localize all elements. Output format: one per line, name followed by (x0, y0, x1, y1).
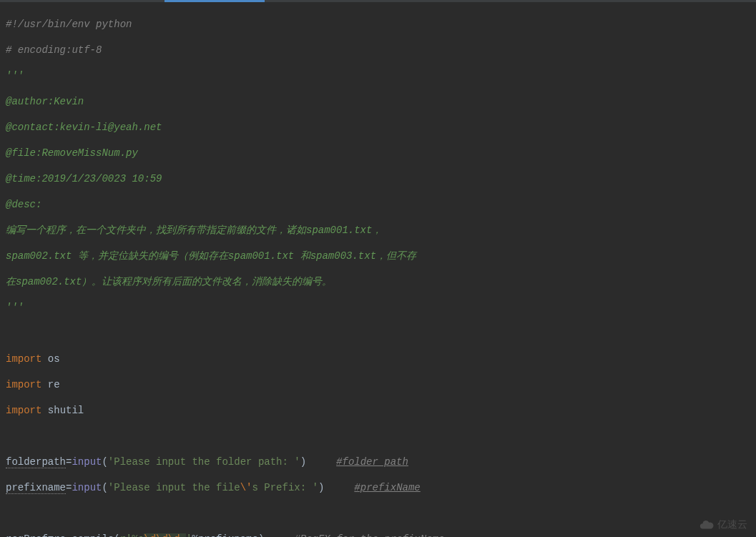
doc-body-3: 在spam002.txt）。让该程序对所有后面的文件改名，消除缺失的编号。 (6, 276, 332, 287)
raw-prefix: r (120, 533, 126, 537)
doc-file: @file:RemoveMissNum.py (6, 147, 138, 159)
paren-open: ( (102, 482, 107, 493)
prefix-prompt-string: 'Please input the file\'s Prefix: ' (108, 482, 318, 493)
code-editor[interactable]: #!/usr/bin/env python # encoding:utf-8 '… (0, 2, 756, 537)
import-keyword: import (6, 379, 41, 390)
import-shutil: shutil (41, 405, 84, 416)
shebang-line: #!/usr/bin/env python (6, 19, 132, 30)
doc-time: @time:2019/1/23/0023 10:59 (6, 173, 162, 184)
paren-close: ) (300, 456, 306, 468)
active-tab-indicator (165, 0, 265, 2)
import-os: os (41, 353, 59, 365)
import-keyword: import (6, 405, 41, 416)
folder-prompt-string: 'Please input the folder path: ' (108, 456, 300, 468)
editor-tab-bar (0, 0, 756, 2)
watermark-logo: 亿速云 (699, 517, 747, 533)
cloud-icon (699, 517, 715, 533)
doc-body-1: 编写一个程序，在一个文件夹中，找到所有带指定前缀的文件，诸如spam001.tx… (6, 225, 382, 236)
doc-body-2: spam002.txt 等，并定位缺失的编号（例如存在spam001.txt 和… (6, 250, 416, 262)
regex-string: '%s\d\d\d.' (126, 533, 192, 537)
docstring-open: ''' (6, 70, 24, 82)
docstring-close: ''' (6, 302, 24, 313)
paren-close: ) (318, 482, 324, 493)
prefixname-comment: #prefixName (354, 482, 420, 493)
input-call: input (72, 482, 102, 493)
folderpath-var: folderpath (6, 456, 66, 468)
folder-path-comment: #folder path (336, 456, 408, 468)
re-compile: re.compile( (54, 533, 119, 537)
encoding-line: # encoding:utf-8 (6, 44, 102, 56)
equals: = (48, 533, 54, 537)
percent-prefixname: %prefixname) (192, 533, 264, 537)
doc-author: @author:Kevin (6, 96, 84, 107)
regex-prefix-comment: #RegEX for the prefixName (294, 533, 444, 537)
import-keyword: import (6, 353, 41, 365)
doc-contact: @contact:kevin-li@yeah.net (6, 122, 162, 133)
prefixname-var: prefixname (6, 482, 66, 494)
import-re: re (41, 379, 59, 390)
paren-open: ( (102, 456, 107, 468)
watermark-text: 亿速云 (717, 518, 747, 531)
input-call: input (72, 456, 102, 468)
regpref-var: regPref (6, 533, 48, 537)
doc-desc: @desc: (6, 199, 41, 210)
